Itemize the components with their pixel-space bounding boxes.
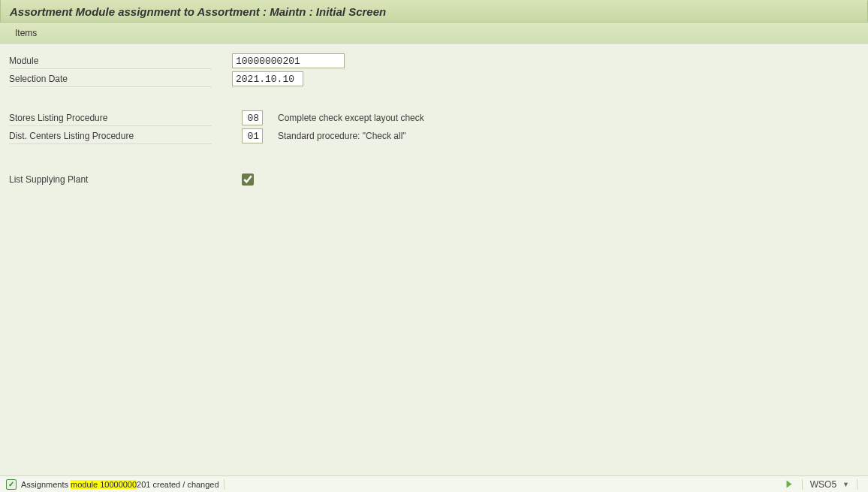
stores-input[interactable] [242,110,263,125]
label-dist: Dist. Centers Listing Procedure [9,128,212,144]
status-divider [224,479,225,490]
status-suffix: 201 created / changed [137,480,219,489]
items-link[interactable]: Items [15,28,37,38]
row-selection-date: Selection Date [9,71,859,87]
status-message: Assignments module 10000000201 created /… [21,480,219,489]
label-selection-date: Selection Date [9,71,212,87]
row-stores: Stores Listing Procedure Complete check … [9,110,859,126]
row-module: Module [9,53,859,69]
label-stores: Stores Listing Procedure [9,110,212,126]
row-dist: Dist. Centers Listing Procedure Standard… [9,128,859,144]
label-list-supplying: List Supplying Plant [9,171,212,188]
play-icon[interactable] [786,481,791,488]
status-divider-2 [802,479,803,490]
status-success-icon: ✓ [6,479,17,490]
row-list-supplying: List Supplying Plant [9,171,859,188]
page-title: Assortment Module assignment to Assortme… [10,5,386,18]
dist-desc: Standard procedure: "Check all" [278,131,406,141]
transaction-code[interactable]: WSO5 [810,479,836,490]
label-module: Module [9,53,212,69]
status-bar: ✓ Assignments module 10000000201 created… [0,475,868,492]
toolbar: Items [0,23,868,44]
title-bar: Assortment Module assignment to Assortme… [0,0,868,23]
chevron-down-icon[interactable]: ▼ [842,481,849,488]
stores-desc: Complete check except layout check [278,113,424,123]
status-divider-3 [857,479,857,490]
status-right: WSO5 ▼ [785,479,862,490]
selection-date-input[interactable] [232,71,303,86]
status-prefix: Assignments [21,480,71,489]
list-supplying-checkbox[interactable] [242,174,254,186]
dist-input[interactable] [242,128,263,143]
module-input[interactable] [232,53,345,68]
form-content: Module Selection Date Stores Listing Pro… [0,44,868,188]
status-highlight: module 10000000 [71,480,137,489]
